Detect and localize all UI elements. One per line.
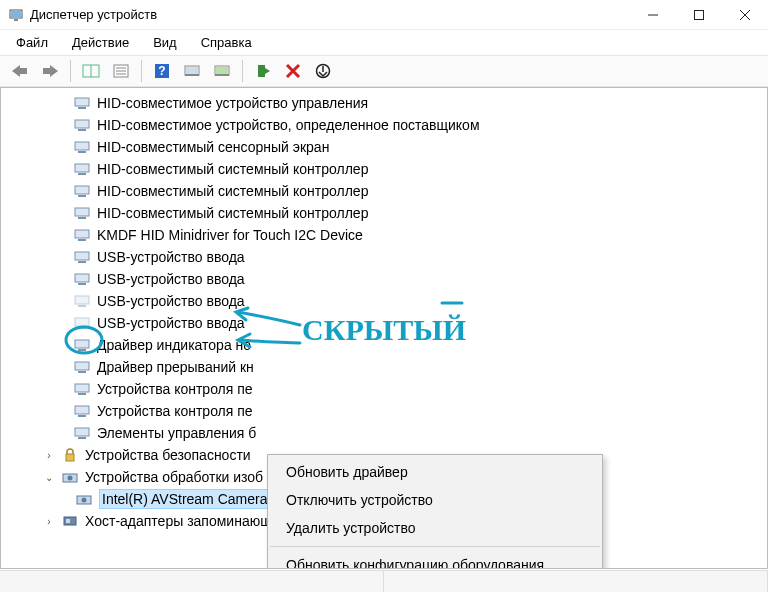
- device-item[interactable]: HID-совместимый сенсорный экран: [1, 136, 767, 158]
- device-item[interactable]: Элементы управления б: [1, 422, 767, 444]
- device-item[interactable]: HID-совместимый системный контроллер: [1, 180, 767, 202]
- device-label: HID-совместимый системный контроллер: [97, 160, 368, 178]
- ctx-update-driver[interactable]: Обновить драйвер: [268, 458, 602, 486]
- ctx-uninstall-device[interactable]: Удалить устройство: [268, 514, 602, 542]
- svg-rect-53: [75, 340, 89, 348]
- svg-rect-46: [78, 261, 86, 263]
- device-label: HID-совместимый системный контроллер: [97, 182, 368, 200]
- svg-rect-57: [75, 384, 89, 392]
- device-item[interactable]: USB-устройство ввода: [1, 268, 767, 290]
- svg-rect-36: [78, 151, 86, 153]
- storage-category-icon: [61, 513, 79, 529]
- svg-rect-4: [695, 10, 704, 19]
- svg-rect-54: [78, 349, 86, 351]
- help-button[interactable]: ?: [148, 59, 176, 83]
- hid-device-icon: [73, 183, 91, 199]
- device-item[interactable]: HID-совместимый системный контроллер: [1, 158, 767, 180]
- update-driver-button[interactable]: [208, 59, 236, 83]
- hid-device-icon: [73, 337, 91, 353]
- svg-rect-62: [78, 437, 86, 439]
- svg-rect-42: [78, 217, 86, 219]
- device-tree-panel: HID-совместимое устройство управления HI…: [0, 87, 768, 569]
- toolbar: ?: [0, 55, 768, 87]
- svg-rect-52: [78, 327, 86, 329]
- hid-device-icon: [73, 359, 91, 375]
- svg-rect-40: [78, 195, 86, 197]
- svg-rect-69: [66, 519, 70, 523]
- close-button[interactable]: [722, 0, 768, 30]
- maximize-button[interactable]: [676, 0, 722, 30]
- svg-text:?: ?: [158, 64, 165, 78]
- expand-collapse-icon[interactable]: ⌄: [43, 472, 55, 483]
- device-item[interactable]: Устройства контроля пе: [1, 378, 767, 400]
- disable-device-button[interactable]: [309, 59, 337, 83]
- menu-bar: Файл Действие Вид Справка: [0, 30, 768, 55]
- back-button[interactable]: [6, 59, 34, 83]
- svg-rect-60: [78, 415, 86, 417]
- device-label: Драйвер прерываний кн: [97, 358, 254, 376]
- svg-marker-7: [12, 65, 20, 77]
- svg-marker-9: [50, 65, 58, 77]
- device-item-hidden[interactable]: USB-устройство ввода: [1, 290, 767, 312]
- device-item[interactable]: HID-совместимое устройство управления: [1, 92, 767, 114]
- expand-collapse-icon[interactable]: ›: [43, 516, 55, 527]
- window-title: Диспетчер устройств: [30, 7, 157, 22]
- svg-rect-61: [75, 428, 89, 436]
- svg-rect-2: [14, 19, 18, 21]
- svg-point-67: [82, 498, 87, 503]
- toolbar-sep: [70, 60, 71, 82]
- hid-device-icon: [73, 403, 91, 419]
- forward-button[interactable]: [36, 59, 64, 83]
- device-item[interactable]: HID-совместимый системный контроллер: [1, 202, 767, 224]
- device-label: USB-устройство ввода: [97, 270, 245, 288]
- imaging-category-icon: [61, 469, 79, 485]
- device-item[interactable]: Драйвер прерываний кн: [1, 356, 767, 378]
- svg-rect-50: [78, 305, 86, 307]
- svg-rect-59: [75, 406, 89, 414]
- device-label: Intel(R) AVStream Camera: [99, 489, 270, 509]
- menu-action[interactable]: Действие: [62, 32, 139, 53]
- svg-rect-37: [75, 164, 89, 172]
- svg-rect-58: [78, 393, 86, 395]
- device-label: Устройства контроля пе: [97, 402, 253, 420]
- device-item[interactable]: USB-устройство ввода: [1, 246, 767, 268]
- hid-device-icon: [73, 139, 91, 155]
- device-label: Устройства контроля пе: [97, 380, 253, 398]
- svg-rect-39: [75, 186, 89, 194]
- hid-device-icon: [73, 205, 91, 221]
- status-bar: [0, 570, 768, 592]
- properties-button[interactable]: [107, 59, 135, 83]
- enable-device-button[interactable]: [249, 59, 277, 83]
- device-item[interactable]: HID-совместимое устройство, определенное…: [1, 114, 767, 136]
- svg-rect-34: [78, 129, 86, 131]
- svg-rect-1: [11, 11, 21, 17]
- svg-rect-38: [78, 173, 86, 175]
- svg-rect-51: [75, 318, 89, 326]
- svg-rect-44: [78, 239, 86, 241]
- device-item-hidden[interactable]: USB-устройство ввода: [1, 312, 767, 334]
- device-item[interactable]: KMDF HID Minidriver for Touch I2C Device: [1, 224, 767, 246]
- category-label: Устройства безопасности: [85, 446, 251, 464]
- device-label: KMDF HID Minidriver for Touch I2C Device: [97, 226, 363, 244]
- uninstall-device-button[interactable]: [279, 59, 307, 83]
- device-label: Элементы управления б: [97, 424, 256, 442]
- ctx-disable-device[interactable]: Отключить устройство: [268, 486, 602, 514]
- menu-file[interactable]: Файл: [6, 32, 58, 53]
- expand-collapse-icon[interactable]: ›: [43, 450, 55, 461]
- title-bar: Диспетчер устройств: [0, 0, 768, 30]
- ctx-scan-hardware[interactable]: Обновить конфигурацию оборудования: [268, 551, 602, 569]
- menu-help[interactable]: Справка: [191, 32, 262, 53]
- menu-view[interactable]: Вид: [143, 32, 187, 53]
- svg-rect-56: [78, 371, 86, 373]
- device-item[interactable]: Устройства контроля пе: [1, 400, 767, 422]
- svg-rect-45: [75, 252, 89, 260]
- hid-device-icon: [73, 315, 91, 331]
- minimize-button[interactable]: [630, 0, 676, 30]
- ctx-separator: [270, 546, 600, 547]
- svg-rect-48: [78, 283, 86, 285]
- show-hide-console-button[interactable]: [77, 59, 105, 83]
- scan-hardware-button[interactable]: [178, 59, 206, 83]
- device-item[interactable]: Драйвер индикатора но: [1, 334, 767, 356]
- hid-device-icon: [73, 249, 91, 265]
- device-label: HID-совместимый сенсорный экран: [97, 138, 329, 156]
